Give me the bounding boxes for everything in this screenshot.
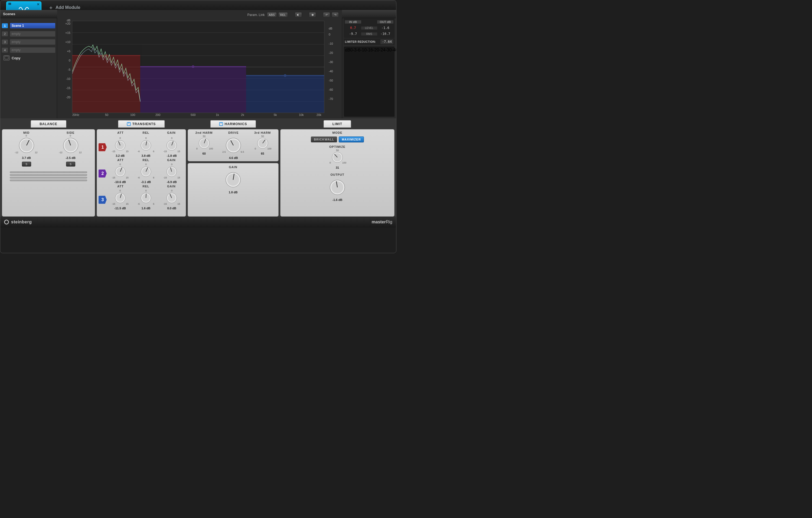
rel-button[interactable]: REL: [278, 12, 288, 18]
band-1[interactable]: [72, 55, 140, 113]
drive-value: 4.6 dB: [229, 156, 238, 160]
att-value-1: 3.2 dB: [116, 154, 124, 157]
gain-value-1: -1.8 dB: [167, 154, 177, 157]
side-solo-button[interactable]: S: [66, 162, 75, 167]
rel-knob-2[interactable]: -660: [138, 164, 154, 179]
band-handle[interactable]: [284, 74, 287, 77]
harm2-value: 60: [203, 152, 206, 155]
att-knob-3[interactable]: -15150: [112, 190, 128, 206]
att-value-3: -11.5 dB: [114, 207, 126, 210]
scene-number: 4: [2, 48, 8, 53]
transients-section: TRANSIENTS ATT REL GAIN 1 -15150 3.2 dB …: [97, 129, 186, 217]
drive-knob[interactable]: 2.59.5: [223, 135, 243, 155]
att-value-2: -10.6 dB: [114, 180, 126, 183]
output-value: -1.6 dB: [332, 198, 343, 201]
spectrum-plot[interactable]: 20Hz50 100200 5001k 2k5k 10k20k: [72, 21, 324, 113]
brand-label: steinberg: [11, 220, 32, 225]
power-icon[interactable]: [127, 122, 131, 126]
copy-button[interactable]: Copy: [2, 56, 55, 60]
scene-row[interactable]: 1Scene 1: [2, 23, 55, 29]
brickwall-button[interactable]: BRICKWALL: [311, 137, 337, 142]
master-readout: IN dBOUT dB 0.7LEVEL-1.6 -9.7RMS-10.7: [344, 18, 395, 38]
master-panel: Master IN dBOUT dB 0.7LEVEL-1.6 -9.7RMS-…: [342, 10, 396, 118]
scene-label: empty: [10, 39, 55, 45]
mid-value: 3.7 dB: [22, 156, 31, 160]
abs-button[interactable]: ABS: [267, 12, 277, 18]
band-handle[interactable]: [192, 65, 195, 68]
x-axis: 20Hz50 100200 5001k 2k5k 10k20k: [72, 113, 324, 117]
band-badge-3: 3: [98, 196, 107, 204]
rel-knob-3[interactable]: -660: [138, 190, 154, 206]
transients-row: 2 -15150 -10.6 dB -660 -3.1 dB -15150 -6…: [98, 163, 184, 183]
graphical-panel: Param. Link ABS REL ✱ ↶ ↷ dB +20 +15 +10…: [57, 10, 342, 118]
rel-value-3: 1.6 dB: [141, 207, 150, 210]
scene-row[interactable]: 2empty: [2, 31, 55, 37]
harmonics-section: HARMONICS 2nd HARM 010050 60 DRIVE 2.59.…: [187, 129, 279, 162]
gain-section: GAIN 1.8 dB: [187, 163, 279, 217]
undo-icon: ↶: [325, 13, 328, 17]
mid-solo-button[interactable]: S: [22, 162, 31, 167]
limiter-reduction-readout: LIMITER REDUCTION: -7.64: [344, 38, 395, 45]
product-label: masterRig: [372, 220, 393, 225]
gain-knob-3[interactable]: -15150: [164, 190, 179, 206]
settings-button[interactable]: ✱: [309, 12, 316, 18]
transients-row: 1 -15150 3.2 dB -660 3.8 dB -15150 -1.8 …: [98, 137, 184, 157]
att-knob-1[interactable]: -15150: [112, 138, 128, 153]
gain-value-2: -6.9 dB: [167, 180, 177, 183]
balance-meters: [4, 170, 93, 182]
add-module-label: Add Module: [56, 5, 80, 10]
param-link-label: Param. Link: [248, 13, 265, 17]
graph-toolbar: Param. Link ABS REL ✱ ↶ ↷: [248, 12, 339, 18]
optimize-value: 31: [336, 166, 339, 169]
scene-label: Scene 1: [10, 23, 55, 28]
close-icon[interactable]: ✕: [37, 2, 39, 6]
scene-number: 1: [2, 23, 8, 28]
svg-line-29: [146, 194, 146, 198]
harmonics-header: HARMONICS: [210, 120, 256, 127]
add-module-button[interactable]: ＋ Add Module: [49, 0, 80, 10]
in-rms-value: -9.7: [345, 32, 361, 36]
limit-header: LIMIT: [324, 120, 351, 127]
transients-row: 3 -15150 -11.5 dB -660 1.6 dB -15150 0.0…: [98, 190, 184, 210]
speaker-icon: [297, 13, 300, 17]
band-2[interactable]: [140, 66, 246, 113]
out-level-value: -1.6: [377, 26, 394, 30]
power-icon[interactable]: [219, 122, 223, 126]
band-3[interactable]: [246, 75, 324, 113]
gain-knob[interactable]: [223, 170, 243, 190]
maximizer-button[interactable]: MAXIMIZER: [339, 137, 364, 142]
transients-header: TRANSIENTS: [118, 120, 165, 127]
side-knob[interactable]: -12120: [61, 135, 81, 155]
y-axis-right: dB 0 -10 -20 -30 -40 -50 -60 -70: [327, 18, 342, 118]
scene-number: 3: [2, 39, 8, 45]
optimize-knob[interactable]: 010050: [329, 149, 345, 165]
scene-row[interactable]: 3empty: [2, 39, 55, 45]
gain-value: 1.8 dB: [229, 191, 237, 194]
mid-knob[interactable]: -12120: [17, 135, 36, 155]
band-handle[interactable]: [105, 54, 108, 57]
gain-value-3: 0.0 dB: [167, 207, 176, 210]
redo-button[interactable]: ↷: [332, 12, 339, 18]
gain-knob-1[interactable]: -15150: [164, 138, 179, 153]
att-knob-2[interactable]: -15150: [112, 164, 128, 179]
bypass-button[interactable]: [295, 12, 302, 18]
scenes-panel: 1Scene 1 2empty 3empty 4empty Copy: [0, 10, 57, 118]
output-knob[interactable]: [327, 177, 347, 197]
side-value: -2.5 dB: [65, 156, 76, 160]
harm2-knob[interactable]: 010050: [196, 135, 212, 151]
scenes-header: Scenes: [0, 10, 57, 18]
rel-knob-1[interactable]: -660: [138, 138, 154, 153]
scene-label: empty: [10, 48, 55, 53]
steinberg-logo-icon: [4, 220, 9, 225]
harm3-knob[interactable]: 010050: [255, 135, 270, 151]
out-rms-value: -10.7: [377, 32, 394, 36]
scene-row[interactable]: 4empty: [2, 47, 55, 53]
rel-value-2: -3.1 dB: [141, 180, 151, 183]
gain-knob-2[interactable]: -15150: [164, 164, 179, 179]
balance-header: BALANCE: [31, 120, 66, 127]
scene-number: 2: [2, 31, 8, 36]
rel-value-1: 3.8 dB: [141, 154, 150, 157]
harm3-value: 65: [261, 152, 264, 155]
module-active-indicator: [8, 3, 11, 5]
undo-button[interactable]: ↶: [323, 12, 330, 18]
